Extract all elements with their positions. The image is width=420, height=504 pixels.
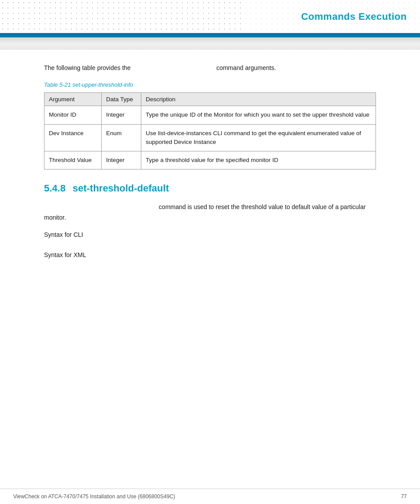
section-548-body: command is used to reset the threshold v… [44,202,376,223]
footer-page-number: 77 [401,493,407,500]
main-content: The following table provides the command… [0,50,420,289]
cell-datatype-0: Integer [102,106,141,124]
cell-datatype-1: Enum [102,124,141,151]
col-header-description: Description [141,93,376,106]
cell-argument-0: Monitor ID [44,106,102,124]
syntax-xml-label: Syntax for XML [44,251,376,258]
page-header: Commands Execution [0,0,420,33]
section-body-prefix [44,203,157,210]
table-row: Threshold Value Integer Type a threshold… [44,151,376,169]
arguments-table: Argument Data Type Description Monitor I… [44,92,376,169]
section-title: set-threshold-default [73,183,169,194]
page-title: Commands Execution [301,11,407,22]
footer-left-text: ViewCheck on ATCA-7470/7475 Installation… [13,493,175,500]
blue-divider-bar [0,33,420,37]
gray-gradient-bar [0,37,420,50]
cell-description-0: Type the unique ID of the Monitor for wh… [141,106,376,124]
section-number: 5.4.8 [44,183,66,194]
cell-argument-1: Dev Instance [44,124,102,151]
table-header-row: Argument Data Type Description [44,93,376,106]
table-caption[interactable]: Table 5-21 set-upper-threshold-info [44,81,376,88]
intro-paragraph: The following table provides the command… [44,63,376,73]
col-header-argument: Argument [44,93,102,106]
intro-text-suffix [133,64,215,71]
header-title-area: Commands Execution [244,0,420,33]
page-footer: ViewCheck on ATCA-7470/7475 Installation… [0,489,420,504]
intro-text-end: command arguments. [216,64,276,71]
cell-datatype-2: Integer [102,151,141,169]
cell-description-2: Type a threshold value for the specified… [141,151,376,169]
intro-text-prefix: The following table provides the [44,64,131,71]
cell-description-1: Use list-device-instances CLI command to… [141,124,376,151]
cell-argument-2: Threshold Value [44,151,102,169]
col-header-datatype: Data Type [102,93,141,106]
syntax-cli-label: Syntax for CLI [44,231,376,238]
table-row: Monitor ID Integer Type the unique ID of… [44,106,376,124]
section-548-heading: 5.4.8 set-threshold-default [44,183,376,194]
table-row: Dev Instance Enum Use list-device-instan… [44,124,376,151]
